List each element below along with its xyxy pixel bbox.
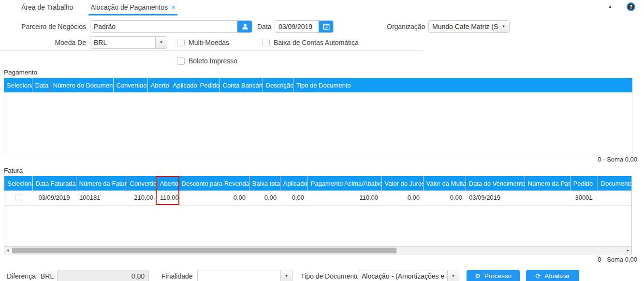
process-button[interactable]: ⚙ Processo	[467, 270, 520, 281]
cell-desconto: 0,00	[178, 191, 249, 205]
col-data-do-vencimento[interactable]: Data do Vencimento	[466, 176, 525, 191]
cell-valor-da-multa: 0,00	[423, 191, 466, 205]
close-tab-icon[interactable]: ×	[171, 3, 176, 11]
refresh-button[interactable]: ⟳ Atualizar	[526, 270, 579, 281]
payment-grid-body	[4, 92, 632, 154]
date-input[interactable]	[275, 21, 319, 32]
charge-value	[198, 270, 280, 281]
tab-area-de-trabalho[interactable]: Área de Trabalho	[19, 0, 75, 15]
invoice-grid: Selecionar Data Faturada Número da Fatur…	[4, 176, 632, 254]
invoice-header-row: Selecionar Data Faturada Número da Fatur…	[4, 176, 632, 191]
charge-select[interactable]: ▼	[197, 270, 293, 281]
business-partner-search-button[interactable]	[237, 21, 252, 32]
chevron-down-icon[interactable]: ▼	[155, 37, 167, 48]
refresh-icon: ⟳	[535, 273, 541, 279]
col-selecionar[interactable]: Selecionar	[4, 176, 32, 191]
doctype-label: Tipo de Documento	[301, 270, 360, 281]
checkbox-box[interactable]	[177, 57, 185, 65]
col-pedido[interactable]: Pedido	[197, 78, 220, 92]
date-field	[275, 20, 334, 33]
scrollbar-thumb[interactable]	[12, 248, 396, 253]
invoice-table-row[interactable]: 03/09/2019 100181 210,00 110,00 0,00 0,0…	[4, 191, 632, 205]
currency-select[interactable]: BRL ▼	[90, 36, 167, 49]
col-data[interactable]: Data	[32, 78, 50, 92]
cell-valor-do-juros: 0,00	[381, 191, 423, 205]
col-numero-da-fatura[interactable]: Número da Fatura	[76, 176, 127, 191]
scroll-right-icon[interactable]: ►	[625, 247, 631, 254]
col-tipo-de-documento[interactable]: Tipo de Documento	[293, 78, 632, 92]
cell-pedido: 30001	[570, 191, 598, 205]
cell-pagamento-acima-abaixo: 110,00	[307, 191, 381, 205]
cell-aberto-highlighted: 110,00	[157, 191, 178, 205]
gear-icon: ⚙	[475, 273, 481, 279]
col-desconto-para-revendas[interactable]: Desconto para Revendas	[178, 176, 249, 191]
col-valor-do-juros[interactable]: Valor do Juros	[381, 176, 423, 191]
col-baixa-total[interactable]: Baixa total	[249, 176, 280, 191]
cell-documento-f	[598, 191, 632, 205]
help-icon[interactable]: ?	[627, 2, 635, 11]
business-partner-input[interactable]	[90, 21, 237, 32]
col-documento-f[interactable]: Documento F	[598, 176, 632, 191]
cell-convertido: 210,00	[127, 191, 157, 205]
invoice-section-title: Fatura	[4, 167, 644, 174]
invoice-grid-body	[4, 206, 631, 246]
organization-select[interactable]: Mundo Cafe Matriz (SF ▼	[428, 20, 510, 33]
payment-section-title: Pagamento	[4, 69, 644, 76]
col-numero-do-documento[interactable]: Número do Documento	[50, 78, 113, 92]
cell-data-do-vencimento: 03/09/2019	[466, 191, 525, 205]
tab-alocacao-de-pagamentos[interactable]: Alocação de Pagamentos ×	[88, 0, 177, 15]
col-selecionar[interactable]: Selecionar	[4, 78, 32, 92]
payment-header-row: Selecionar Data Número do Documento Conv…	[4, 78, 632, 92]
doctype-value: Alocação - (Amortizações e Ba	[358, 270, 447, 281]
process-button-label: Processo	[484, 270, 512, 281]
col-valor-da-multa[interactable]: Valor da Multa	[423, 176, 466, 191]
chevron-down-icon[interactable]: ▼	[498, 21, 509, 32]
col-data-faturada[interactable]: Data Faturada	[32, 176, 76, 191]
row-select-checkbox[interactable]	[15, 194, 22, 201]
scroll-left-icon[interactable]: ◄	[4, 247, 11, 254]
col-descricao[interactable]: Descrição	[263, 78, 293, 92]
col-aplicado[interactable]: Aplicado	[170, 78, 197, 92]
calendar-button[interactable]	[319, 21, 333, 32]
calendar-icon	[322, 23, 330, 30]
cell-aplicado: 0,00	[280, 191, 307, 205]
cell-data-faturada: 03/09/2019	[32, 191, 76, 205]
footer-bar: Diferença BRL Finalidade ▼ Tipo de Docum…	[0, 266, 644, 281]
col-convertido[interactable]: Convertido	[127, 176, 157, 191]
multi-currency-checkbox[interactable]: Multi-Moedas	[177, 36, 229, 49]
checkbox-box[interactable]	[262, 39, 270, 46]
chevron-down-icon[interactable]: ▼	[280, 270, 292, 281]
multi-currency-label: Multi-Moedas	[189, 36, 229, 49]
boleto-impresso-checkbox[interactable]: Boleto Impresso	[177, 55, 237, 67]
cell-numero-da-fatura: 100181	[76, 191, 127, 205]
person-icon	[241, 23, 249, 30]
payment-grid: Selecionar Data Número do Documento Conv…	[4, 78, 632, 154]
col-conta-bancaria[interactable]: Conta Bancária	[220, 78, 263, 92]
col-numero-da-parcela[interactable]: Número da Parcela	[525, 176, 570, 191]
tab-label: Área de Trabalho	[21, 3, 73, 11]
horizontal-scrollbar[interactable]: ◄ ►	[4, 246, 631, 254]
difference-currency-label: BRL	[41, 270, 54, 281]
checkbox-box[interactable]	[177, 39, 185, 46]
tab-bar: Área de Trabalho Alocação de Pagamentos …	[0, 0, 644, 15]
doctype-select[interactable]: Alocação - (Amortizações e Ba ▼	[358, 270, 459, 281]
form-divider	[0, 50, 423, 51]
collapse-panel-icon[interactable]: ▲	[608, 4, 612, 9]
col-pagamento-acima-abaixo[interactable]: Pagamento Acima/Abaixo	[307, 176, 381, 191]
currency-value: BRL	[90, 37, 155, 48]
col-aplicado[interactable]: Aplicado	[280, 176, 307, 191]
organization-value: Mundo Cafe Matriz (SF	[429, 21, 498, 32]
refresh-button-label: Atualizar	[544, 270, 570, 281]
auto-writeoff-label: Baixa de Contas Automática	[274, 36, 359, 49]
col-aberto-highlighted[interactable]: Aberto	[157, 176, 178, 191]
tab-label: Alocação de Pagamentos	[90, 3, 168, 11]
col-convertido[interactable]: Convertido	[113, 78, 147, 92]
boleto-impresso-label: Boleto Impresso	[189, 55, 237, 67]
difference-label: Diferença	[7, 270, 36, 281]
currency-label: Moeda De	[0, 36, 86, 49]
col-pedido[interactable]: Pedido	[570, 176, 598, 191]
auto-writeoff-checkbox[interactable]: Baixa de Contas Automática	[262, 36, 359, 49]
chevron-down-icon[interactable]: ▼	[447, 270, 459, 281]
organization-label: Organização	[387, 20, 425, 33]
col-aberto[interactable]: Aberto	[147, 78, 170, 92]
